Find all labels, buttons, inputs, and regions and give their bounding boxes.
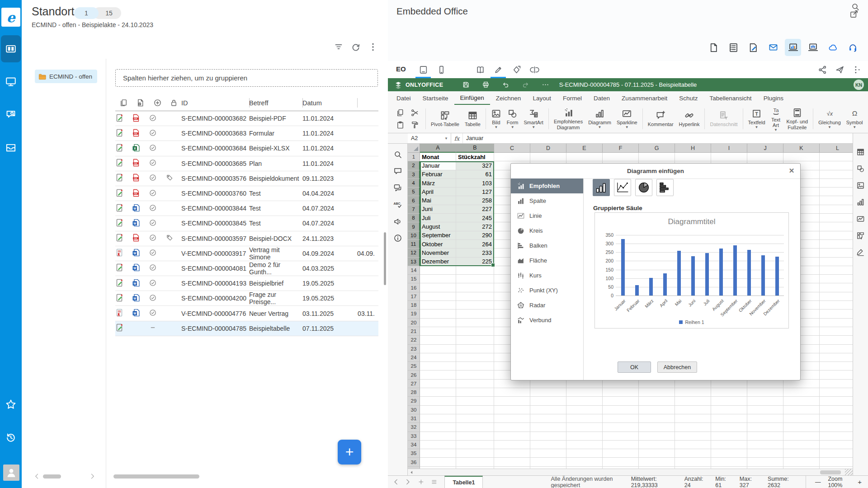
- grid-cell-J31[interactable]: [747, 414, 783, 423]
- grid-cell-L30[interactable]: [820, 406, 853, 414]
- grid-cell-L16[interactable]: [820, 283, 853, 292]
- row-header-36[interactable]: 36: [408, 458, 420, 466]
- sheet-tab[interactable]: Tabelle1: [444, 476, 483, 488]
- chart-type-verbund[interactable]: Verbund: [511, 313, 583, 328]
- grid-cell-A11[interactable]: Oktober: [420, 240, 456, 249]
- grid-cell-B6[interactable]: 258: [456, 196, 494, 205]
- grid-cell-G35[interactable]: [639, 449, 675, 458]
- eo-tab-pencil[interactable]: [489, 61, 507, 78]
- grid-cell-A10[interactable]: September: [420, 231, 456, 240]
- grid-cell-B8[interactable]: 245: [456, 214, 494, 222]
- grid-cell-F29[interactable]: [603, 397, 639, 405]
- ribbon-button-kopf--und-fußzeile[interactable]: Kopf- und Fußzeile: [784, 107, 811, 131]
- grid-cell-L28[interactable]: [820, 388, 853, 397]
- table-row[interactable]: PDFS-ECMIND-000003597Beispiel-DOCX24.11.…: [115, 231, 378, 246]
- grid-cell-L21[interactable]: [820, 327, 853, 336]
- grid-cell-L17[interactable]: [820, 292, 853, 301]
- cut-button-icon[interactable]: [410, 108, 419, 117]
- row-header-2[interactable]: 2: [408, 161, 420, 170]
- grid-cell-K31[interactable]: [783, 414, 820, 423]
- user-initials-avatar[interactable]: KN: [854, 80, 864, 90]
- grid-cell-L13[interactable]: [820, 258, 853, 266]
- column-header-L[interactable]: L: [820, 144, 853, 153]
- column-header-J[interactable]: J: [747, 144, 783, 153]
- ribbon-tab-zusammenarbeit[interactable]: Zusammenarbeit: [616, 91, 673, 105]
- save-icon[interactable]: [462, 81, 470, 89]
- copy-column-icon[interactable]: [119, 99, 128, 107]
- eo-tab-tablet[interactable]: [414, 61, 432, 78]
- grid-cell-I36[interactable]: [711, 458, 747, 466]
- grid-cell-D31[interactable]: [530, 414, 566, 423]
- grid-cell-L26[interactable]: [820, 371, 853, 379]
- ribbon-button-textfeld[interactable]: TTextfeld▼: [745, 108, 768, 130]
- grid-cell-B1[interactable]: Stückzahl: [456, 153, 494, 161]
- grid-cell-A34[interactable]: [420, 441, 456, 449]
- grid-cell-A1[interactable]: Monat: [420, 153, 456, 161]
- grid-cell-H34[interactable]: [675, 441, 711, 449]
- ribbon-button-diagramm[interactable]: Diagramm▼: [585, 108, 614, 130]
- grid-cell-E32[interactable]: [566, 423, 603, 432]
- grid-cell-B31[interactable]: [456, 414, 494, 423]
- chart-type-fläche[interactable]: Fläche: [511, 253, 583, 268]
- grid-cell-I28[interactable]: [711, 388, 747, 397]
- ribbon-button-form[interactable]: Form▼: [504, 108, 521, 130]
- column-header-G[interactable]: G: [639, 144, 675, 153]
- chevron-down-icon[interactable]: ▼: [494, 126, 498, 129]
- grid-cell-A25[interactable]: [420, 362, 456, 371]
- grid-cell-H1[interactable]: [675, 153, 711, 161]
- edit-document-icon[interactable]: [115, 218, 124, 227]
- grid-cell-D1[interactable]: [530, 153, 566, 161]
- grid-cell-D32[interactable]: [530, 423, 566, 432]
- ribbon-button-sparkline[interactable]: Sparkline▼: [614, 108, 640, 130]
- grid-cell-B16[interactable]: [456, 283, 494, 292]
- grid-cell-F28[interactable]: [603, 388, 639, 397]
- grid-cell-B27[interactable]: [456, 380, 494, 388]
- grid-cell-B4[interactable]: 103: [456, 179, 494, 188]
- grid-cell-B34[interactable]: [456, 441, 494, 449]
- grid-cell-A32[interactable]: [420, 423, 456, 432]
- grid-cell-I30[interactable]: [711, 406, 747, 414]
- ribbon-button-bild[interactable]: Bild▼: [488, 108, 504, 130]
- grid-cell-J29[interactable]: [747, 397, 783, 405]
- grid-cell-G28[interactable]: [639, 388, 675, 397]
- edit-document-icon[interactable]: [115, 143, 124, 152]
- grid-cell-A28[interactable]: [420, 388, 456, 397]
- grid-cell-F1[interactable]: [603, 153, 639, 161]
- row-header-10[interactable]: 10: [408, 231, 420, 240]
- column-header-id[interactable]: ID: [181, 99, 249, 107]
- grid-cell-D30[interactable]: [530, 406, 566, 414]
- grid-cell-I33[interactable]: [711, 432, 747, 441]
- table-vertical-scrollbar-thumb[interactable]: [384, 232, 386, 285]
- grid-cell-L31[interactable]: [820, 414, 853, 423]
- eo-tab-book[interactable]: [471, 61, 489, 78]
- grid-cell-F30[interactable]: [603, 406, 639, 414]
- grid-cell-E1[interactable]: [566, 153, 603, 161]
- grid-cell-K28[interactable]: [783, 388, 820, 397]
- grid-cell-B7[interactable]: 227: [456, 205, 494, 214]
- grid-cell-A4[interactable]: März: [420, 179, 456, 188]
- grid-cell-K29[interactable]: [783, 397, 820, 405]
- add-document-button[interactable]: +: [338, 440, 361, 465]
- chart-type-kreis[interactable]: Kreis: [511, 223, 583, 238]
- grid-cell-I35[interactable]: [711, 449, 747, 458]
- column-header-H[interactable]: H: [675, 144, 711, 153]
- grid-cell-L34[interactable]: [820, 441, 853, 449]
- chart-thumb-t-pie[interactable]: [635, 179, 652, 196]
- grid-cell-A30[interactable]: [420, 406, 456, 414]
- zoom-out-button[interactable]: —: [815, 479, 821, 485]
- ribbon-button-gleichung[interactable]: √xGleichung▼: [816, 108, 844, 130]
- grid-cell-A26[interactable]: [420, 371, 456, 379]
- edit-document-icon[interactable]: [115, 188, 124, 197]
- grid-cell-A23[interactable]: [420, 345, 456, 353]
- row-header-28[interactable]: 28: [408, 388, 420, 397]
- grid-cell-A15[interactable]: [420, 275, 456, 283]
- grid-cell-C27[interactable]: [494, 380, 530, 388]
- grid-cell-L1[interactable]: [820, 153, 853, 161]
- column-header-E[interactable]: E: [566, 144, 603, 153]
- grid-cell-F34[interactable]: [603, 441, 639, 449]
- row-header-30[interactable]: 30: [408, 406, 420, 414]
- dialog-titlebar[interactable]: Diagramm einfügen ✕: [511, 164, 800, 179]
- cancel-button[interactable]: Abbrechen: [657, 361, 697, 373]
- ribbon-tab-formel[interactable]: Formel: [557, 91, 588, 105]
- ribbon-tab-tabellenansicht[interactable]: Tabellenansicht: [704, 91, 758, 105]
